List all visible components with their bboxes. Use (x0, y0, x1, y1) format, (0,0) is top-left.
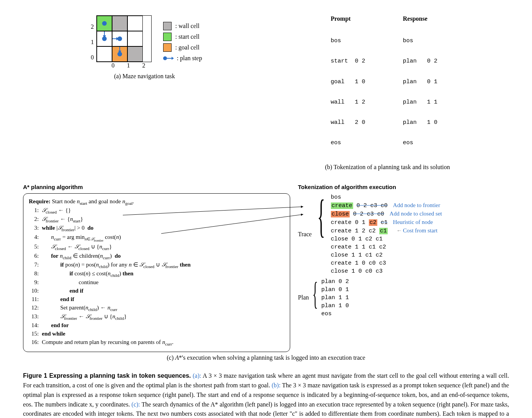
token-line: plan 1 1 (403, 99, 444, 106)
legend-goal-label: : goal cell (175, 44, 200, 51)
start-swatch-icon (163, 33, 172, 41)
trace-line: create 0 2 c3 c0Add node to frontier (331, 201, 442, 210)
cell-2-0-wall (127, 46, 143, 62)
plan-line: plan 1 1 (321, 294, 349, 302)
algo-heading: A* planning algorithm (23, 184, 290, 190)
plan-line: plan 1 0 (321, 302, 349, 310)
annotation: Add node to frontier (393, 202, 440, 208)
figure-1: 2 1 0 (23, 15, 509, 418)
prompt-column: Prompt bos start 0 2 goal 1 0 wall 1 2 w… (330, 15, 372, 160)
annotation: Heuristic of node (393, 219, 433, 225)
trace-label: Trace (298, 231, 312, 238)
require-body: Start node nstart and goal node ngoal. (50, 198, 134, 204)
token-line: wall 1 2 (330, 99, 372, 106)
token-line: plan 0 1 (403, 78, 444, 86)
goal-swatch-icon (163, 43, 172, 52)
token-line: eos (403, 139, 444, 147)
x-axis-label: 0 (106, 62, 121, 69)
annotation: Add node to closed set (390, 211, 442, 217)
ref-b: (b): (272, 382, 281, 388)
cell-1-1 (112, 31, 127, 46)
cell-2-2 (127, 16, 143, 31)
trace-line: bos (331, 193, 442, 201)
wall-swatch-icon (163, 22, 172, 30)
trace-line: create 1 0 c0 c3 (331, 259, 442, 267)
panel-b: Prompt bos start 0 2 goal 1 0 wall 1 2 w… (266, 15, 509, 171)
token-line: eos (330, 139, 372, 147)
algo-line: end while (42, 330, 65, 338)
ref-a: (a): (193, 372, 201, 379)
algo-line: end for (42, 321, 69, 330)
plan-block: Plan { plan 0 2 plan 0 1 plan 1 1 plan 1… (298, 278, 509, 318)
svg-marker-5 (118, 51, 121, 54)
algo-line: if cost(n) ≤ cost(nchild) then (42, 270, 134, 278)
subcaption-a: (a) Maze navigation task (114, 73, 175, 80)
brace-icon: { (317, 193, 325, 239)
token-line: bos (330, 37, 372, 45)
annotation: Cost from start (403, 227, 438, 234)
token-line: start 0 2 (330, 58, 372, 65)
plan-label: Plan (298, 294, 309, 301)
algorithm-box: Require: Start node nstart and goal node… (23, 193, 290, 352)
token-line: plan 1 0 (403, 119, 444, 127)
x-axis-label: 2 (136, 62, 152, 69)
token-line: wall 2 0 (330, 119, 372, 127)
algo-line: ncurr = arg minn∈𝒮frontier cost(n) (42, 233, 121, 243)
trace-line: close 1 1 c1 c2 (331, 251, 442, 259)
algo-line: Set parent(nchild) ← ncurr (42, 304, 117, 313)
algo-line: end if (42, 287, 83, 295)
plan-line: plan 0 1 (321, 286, 349, 294)
plan-step-icon (163, 56, 173, 60)
prompt-tokens: bos start 0 2 goal 1 0 wall 1 2 wall 2 0… (330, 25, 372, 160)
annotation-arrow-icon: ← (397, 227, 402, 234)
legend-wall-label: : wall cell (175, 23, 200, 30)
figure-title: Figure 1 Expressing a planning task in t… (23, 372, 191, 379)
token-line: plan 0 2 (403, 58, 444, 65)
ref-c: (c): (132, 401, 140, 408)
top-row: 2 1 0 (23, 15, 509, 171)
plan-line: plan 0 2 (321, 278, 349, 286)
algo-line: 𝒮closed ← 𝒮closed ∪ {ncurr} (42, 243, 112, 252)
subcaption-c: (c) A*'s execution when solving a planni… (23, 354, 509, 361)
panel-c: A* planning algorithm Require: Start nod… (23, 184, 509, 352)
algo-line: 𝒮frontier ← 𝒮frontier ∪ {nchild} (42, 313, 127, 321)
brace-icon: { (312, 278, 318, 310)
tokenization-heading: Tokenization of algorithm execution (298, 184, 509, 190)
cell-0-0 (97, 46, 112, 62)
cell-0-1 (97, 31, 112, 46)
panel-a: 2 1 0 (23, 15, 266, 80)
legend-plan-label: : plan step (177, 55, 202, 62)
trace-line: close 0 1 c2 c1 (331, 235, 442, 243)
y-axis-label: 2 (87, 19, 94, 35)
svg-marker-3 (116, 37, 119, 40)
algo-line: continue (42, 278, 99, 287)
algo-line: for nchild ∈ children(ncurr) do (42, 252, 121, 261)
response-column: Response bos plan 0 2 plan 0 1 plan 1 1 … (403, 15, 444, 160)
y-axis-label: 0 (87, 50, 94, 65)
algo-line: 𝒮closed ← {} (42, 206, 71, 215)
figure-caption: Figure 1 Expressing a planning task in t… (23, 371, 509, 418)
require-keyword: Require: (29, 198, 50, 204)
trace-block: Trace { bos create 0 2 c3 c0Add node to … (298, 193, 509, 275)
cell-1-2-wall (112, 16, 127, 31)
maze-legend: : wall cell : start cell : goal cell : p… (163, 21, 202, 64)
trace-line: close 1 0 c0 c3 (331, 267, 442, 275)
x-axis-label: 1 (121, 62, 136, 69)
plan-line: eos (321, 310, 349, 318)
algo-line: while |𝒮frontier| > 0 do (42, 224, 93, 233)
cell-0-2-start (97, 16, 112, 31)
cell-1-0-goal (112, 46, 127, 62)
subcaption-b: (b) Tokenization of a planning task and … (266, 164, 509, 171)
trace-line: create 1 1 c1 c2 (331, 243, 442, 251)
trace-line: create 0 1 c2 c1Heuristic of node (331, 218, 442, 227)
trace-line: create 1 2 c2 c1 ←Cost from start (331, 227, 442, 235)
response-tokens: bos plan 0 2 plan 0 1 plan 1 1 plan 1 0 … (403, 25, 444, 160)
algo-line: if pos(n) = pos(nchild) for any n ∈ 𝒮clo… (42, 261, 191, 270)
trace-line: close 0 2 c3 c0Add node to closed set (331, 210, 442, 218)
maze-grid: 2 1 0 (87, 15, 152, 69)
algo-line: 𝒮frontier ← {nstart} (42, 215, 83, 224)
legend-start-label: : start cell (175, 33, 200, 40)
algo-line: Compute and return plan by recursing on … (42, 338, 173, 347)
svg-marker-1 (103, 35, 106, 38)
cell-2-1 (127, 31, 143, 46)
